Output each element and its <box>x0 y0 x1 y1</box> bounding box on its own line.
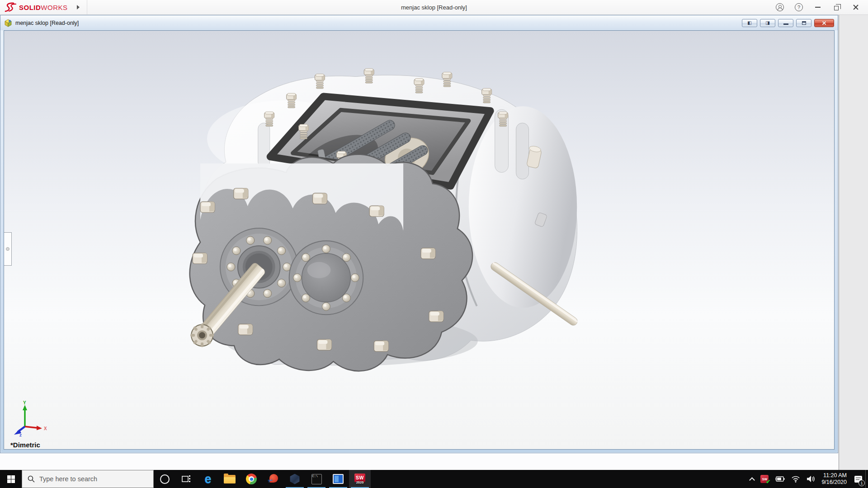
taskbar-clock[interactable]: 11:20 AM 9/16/2020 <box>819 472 851 486</box>
doc-minimize-button[interactable] <box>778 19 793 27</box>
solidworks-tray-status[interactable]: SW✔ <box>757 470 772 488</box>
pane-right-toggle-icon: ◨ <box>765 20 769 25</box>
input-shaft-splined-tip <box>190 324 214 347</box>
orientation-triad[interactable]: Y X Z <box>12 400 54 437</box>
side-bearing-cover[interactable] <box>289 241 363 314</box>
taskbar-app-file-explorer[interactable] <box>219 470 241 488</box>
solidworks-2020-icon: SW 2020 <box>354 473 366 485</box>
close-button[interactable] <box>848 1 863 14</box>
solidworks-status-icon: SW✔ <box>760 475 769 483</box>
brand-expand-arrow-icon[interactable] <box>77 5 80 9</box>
pane-left-toggle-icon: ◧ <box>747 20 751 25</box>
account-button[interactable] <box>772 1 788 14</box>
solidworks-swoosh-icon <box>5 2 16 12</box>
task-view-icon <box>182 475 191 483</box>
taskbar-app-edge[interactable]: e <box>197 470 219 488</box>
wifi-tray-button[interactable] <box>788 470 803 488</box>
volume-icon <box>807 475 816 483</box>
divider <box>87 0 87 14</box>
taskbar-app-chrome[interactable] <box>241 470 262 488</box>
help-button[interactable]: ? <box>791 1 807 14</box>
doc-close-button[interactable] <box>814 19 834 27</box>
notification-count-badge: 1 <box>859 480 865 486</box>
taskbar-app-cortana[interactable] <box>154 470 175 488</box>
minimize-icon <box>783 23 788 25</box>
restore-button[interactable] <box>829 1 844 14</box>
check-icon: ✔ <box>766 479 770 485</box>
restore-icon <box>834 6 839 10</box>
pane-left-toggle-button[interactable]: ◧ <box>742 19 757 27</box>
pane-right-toggle-button[interactable]: ◨ <box>760 19 775 27</box>
system-tray: SW✔ 11:20 AM <box>747 470 868 488</box>
edge-icon: e <box>204 473 211 485</box>
wifi-icon <box>791 476 800 483</box>
panel-handle-icon <box>6 247 9 251</box>
minimize-button[interactable] <box>810 1 826 14</box>
taskbar-app-snipping-tool[interactable]: ✂ <box>262 470 284 488</box>
task-pane-gutter <box>839 15 868 470</box>
volume-tray-button[interactable] <box>803 470 819 488</box>
document-window: menjac sklop [Read-only] ◧ ◨ <box>0 15 838 453</box>
view-orientation-label: *Dimetric <box>10 441 40 449</box>
restore-icon <box>802 21 806 25</box>
graphics-viewport[interactable]: Y X Z *Dimetric <box>4 30 835 450</box>
snipping-tool-icon: ✂ <box>268 474 278 484</box>
hexagon-app-icon <box>290 474 300 484</box>
solidworks-brand[interactable]: SOLIDWORKS <box>5 0 87 14</box>
taskbar-app-command-prompt[interactable]: C:\ <box>306 470 327 488</box>
hidden-icons-button[interactable] <box>747 470 757 488</box>
taskbar-app-solidworks[interactable]: SW 2020 <box>349 470 371 488</box>
document-titlebar[interactable]: menjac sklop [Read-only] ◧ ◨ <box>0 15 838 30</box>
close-icon <box>853 4 859 10</box>
command-prompt-icon: C:\ <box>311 474 322 484</box>
gearbox-model[interactable] <box>4 31 834 449</box>
taskbar-app-movies-tv[interactable] <box>327 470 349 488</box>
assembly-document-icon <box>4 19 12 27</box>
show-desktop-button[interactable] <box>865 470 868 488</box>
status-bar <box>0 453 839 470</box>
windows-start-icon <box>7 475 15 483</box>
windows-taskbar: e ✂ C:\ SW 2020 SW✔ <box>0 470 868 488</box>
chevron-up-icon <box>750 477 755 483</box>
solidworks-wordmark: SOLIDWORKS <box>19 4 68 11</box>
minimize-icon <box>815 7 821 8</box>
chrome-icon <box>246 474 257 484</box>
close-icon <box>822 21 826 25</box>
action-center-button[interactable]: 1 <box>851 470 865 488</box>
help-icon: ? <box>795 3 803 11</box>
doc-restore-button[interactable] <box>796 19 811 27</box>
file-explorer-icon <box>224 475 236 483</box>
taskbar-app-hexagon[interactable] <box>284 470 306 488</box>
account-icon <box>776 3 784 11</box>
start-button[interactable] <box>0 470 22 488</box>
app-title: menjac sklop [Read-only] <box>0 0 868 14</box>
tray-date: 9/16/2020 <box>821 479 847 486</box>
app-titlebar: SOLIDWORKS menjac sklop [Read-only] ? <box>0 0 868 15</box>
triad-z-label: Z <box>19 433 22 437</box>
search-icon <box>28 475 35 483</box>
feature-tree-collapsed-tab[interactable] <box>4 232 12 266</box>
tray-time: 11:20 AM <box>823 472 847 479</box>
movies-tv-icon <box>333 474 344 484</box>
triad-y-label: Y <box>23 400 26 405</box>
task-view-button[interactable] <box>175 470 197 488</box>
search-input[interactable] <box>39 475 139 483</box>
cortana-icon <box>160 474 170 484</box>
triad-x-label: X <box>44 426 47 431</box>
document-title: menjac sklop [Read-only] <box>15 20 79 26</box>
taskbar-search[interactable] <box>22 470 154 488</box>
battery-icon <box>775 476 785 482</box>
battery-tray-button[interactable] <box>772 470 788 488</box>
